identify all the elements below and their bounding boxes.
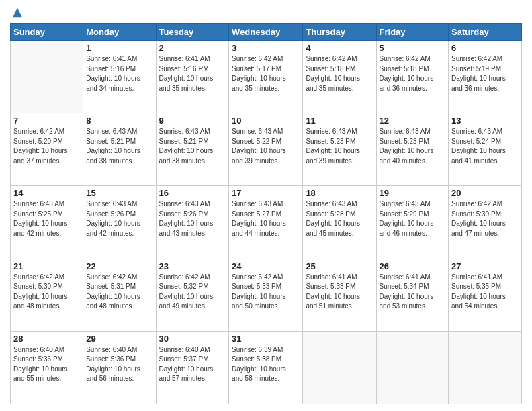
- logo-icon: [11, 7, 24, 19]
- day-number: 3: [232, 43, 300, 53]
- day-number: 1: [86, 43, 152, 53]
- calendar-cell: 5Sunrise: 6:42 AMSunset: 5:18 PMDaylight…: [376, 41, 449, 113]
- day-info: Sunrise: 6:41 AMSunset: 5:35 PMDaylight:…: [451, 273, 519, 312]
- weekday-header-tuesday: Tuesday: [156, 24, 229, 41]
- day-number: 9: [159, 116, 226, 126]
- day-number: 18: [306, 188, 373, 198]
- day-number: 15: [86, 188, 152, 198]
- day-info: Sunrise: 6:42 AMSunset: 5:31 PMDaylight:…: [86, 273, 152, 312]
- calendar-cell: 12Sunrise: 6:43 AMSunset: 5:23 PMDayligh…: [376, 113, 449, 186]
- day-number: 7: [13, 116, 80, 126]
- calendar-week-4: 28Sunrise: 6:40 AMSunset: 5:36 PMDayligh…: [11, 331, 522, 404]
- calendar-cell: 7Sunrise: 6:42 AMSunset: 5:20 PMDaylight…: [11, 113, 83, 186]
- day-info: Sunrise: 6:42 AMSunset: 5:18 PMDaylight:…: [380, 54, 446, 93]
- calendar-cell: 14Sunrise: 6:43 AMSunset: 5:25 PMDayligh…: [11, 186, 83, 259]
- calendar-cell: 17Sunrise: 6:43 AMSunset: 5:27 PMDayligh…: [229, 186, 303, 259]
- calendar-cell: 18Sunrise: 6:43 AMSunset: 5:28 PMDayligh…: [303, 186, 376, 259]
- calendar-cell: 16Sunrise: 6:43 AMSunset: 5:26 PMDayligh…: [156, 186, 229, 259]
- day-number: 13: [451, 116, 519, 126]
- day-number: 21: [13, 261, 80, 271]
- day-number: 2: [159, 43, 226, 53]
- day-number: 17: [232, 188, 300, 198]
- calendar-cell: 11Sunrise: 6:43 AMSunset: 5:23 PMDayligh…: [303, 113, 376, 186]
- day-number: 28: [13, 334, 80, 344]
- day-info: Sunrise: 6:42 AMSunset: 5:18 PMDaylight:…: [306, 54, 373, 93]
- weekday-header-monday: Monday: [83, 24, 156, 41]
- calendar-cell: 10Sunrise: 6:43 AMSunset: 5:22 PMDayligh…: [229, 113, 303, 186]
- calendar-cell: 19Sunrise: 6:43 AMSunset: 5:29 PMDayligh…: [376, 186, 449, 259]
- day-info: Sunrise: 6:43 AMSunset: 5:29 PMDaylight:…: [380, 199, 446, 238]
- calendar-week-0: 1Sunrise: 6:41 AMSunset: 5:16 PMDaylight…: [11, 41, 522, 113]
- day-info: Sunrise: 6:41 AMSunset: 5:33 PMDaylight:…: [306, 273, 373, 312]
- calendar-cell: [11, 41, 83, 113]
- day-number: 31: [232, 334, 300, 344]
- day-info: Sunrise: 6:43 AMSunset: 5:26 PMDaylight:…: [159, 199, 226, 238]
- calendar-cell: 22Sunrise: 6:42 AMSunset: 5:31 PMDayligh…: [83, 259, 156, 331]
- day-info: Sunrise: 6:40 AMSunset: 5:36 PMDaylight:…: [13, 345, 80, 384]
- calendar-cell: 28Sunrise: 6:40 AMSunset: 5:36 PMDayligh…: [11, 331, 83, 404]
- page: SundayMondayTuesdayWednesdayThursdayFrid…: [0, 0, 532, 411]
- day-info: Sunrise: 6:43 AMSunset: 5:28 PMDaylight:…: [306, 199, 373, 238]
- calendar-cell: 26Sunrise: 6:41 AMSunset: 5:34 PMDayligh…: [376, 259, 449, 331]
- day-info: Sunrise: 6:41 AMSunset: 5:34 PMDaylight:…: [380, 273, 446, 312]
- day-info: Sunrise: 6:43 AMSunset: 5:22 PMDaylight:…: [232, 127, 300, 166]
- calendar-cell: 4Sunrise: 6:42 AMSunset: 5:18 PMDaylight…: [303, 41, 376, 113]
- day-info: Sunrise: 6:42 AMSunset: 5:17 PMDaylight:…: [232, 54, 300, 93]
- day-info: Sunrise: 6:39 AMSunset: 5:38 PMDaylight:…: [232, 345, 300, 384]
- day-info: Sunrise: 6:43 AMSunset: 5:23 PMDaylight:…: [306, 127, 373, 166]
- calendar-table: SundayMondayTuesdayWednesdayThursdayFrid…: [10, 23, 522, 404]
- day-number: 6: [451, 43, 519, 53]
- calendar-cell: 1Sunrise: 6:41 AMSunset: 5:16 PMDaylight…: [83, 41, 156, 113]
- day-number: 22: [86, 261, 152, 271]
- calendar-cell: [449, 331, 522, 404]
- day-number: 19: [380, 188, 446, 198]
- calendar-cell: 8Sunrise: 6:43 AMSunset: 5:21 PMDaylight…: [83, 113, 156, 186]
- day-number: 11: [306, 116, 373, 126]
- calendar-cell: 30Sunrise: 6:40 AMSunset: 5:37 PMDayligh…: [156, 331, 229, 404]
- day-number: 12: [380, 116, 446, 126]
- calendar-cell: 15Sunrise: 6:43 AMSunset: 5:26 PMDayligh…: [83, 186, 156, 259]
- calendar-cell: 21Sunrise: 6:42 AMSunset: 5:30 PMDayligh…: [11, 259, 83, 331]
- day-number: 30: [159, 334, 226, 344]
- calendar-cell: 9Sunrise: 6:43 AMSunset: 5:21 PMDaylight…: [156, 113, 229, 186]
- day-info: Sunrise: 6:43 AMSunset: 5:23 PMDaylight:…: [380, 127, 446, 166]
- weekday-header-thursday: Thursday: [303, 24, 376, 41]
- day-number: 4: [306, 43, 373, 53]
- calendar-header-row: SundayMondayTuesdayWednesdayThursdayFrid…: [11, 24, 522, 41]
- day-info: Sunrise: 6:42 AMSunset: 5:30 PMDaylight:…: [13, 273, 80, 312]
- day-info: Sunrise: 6:41 AMSunset: 5:16 PMDaylight:…: [86, 54, 152, 93]
- logo: [10, 7, 24, 19]
- day-info: Sunrise: 6:41 AMSunset: 5:16 PMDaylight:…: [159, 54, 226, 93]
- day-number: 20: [451, 188, 519, 198]
- calendar-cell: 6Sunrise: 6:42 AMSunset: 5:19 PMDaylight…: [449, 41, 522, 113]
- day-info: Sunrise: 6:42 AMSunset: 5:33 PMDaylight:…: [232, 273, 300, 312]
- svg-marker-0: [13, 8, 22, 17]
- calendar-cell: 2Sunrise: 6:41 AMSunset: 5:16 PMDaylight…: [156, 41, 229, 113]
- logo-area: [10, 7, 24, 19]
- day-info: Sunrise: 6:43 AMSunset: 5:27 PMDaylight:…: [232, 199, 300, 238]
- day-info: Sunrise: 6:43 AMSunset: 5:26 PMDaylight:…: [86, 199, 152, 238]
- calendar-week-2: 14Sunrise: 6:43 AMSunset: 5:25 PMDayligh…: [11, 186, 522, 259]
- day-info: Sunrise: 6:42 AMSunset: 5:32 PMDaylight:…: [159, 273, 226, 312]
- day-info: Sunrise: 6:42 AMSunset: 5:30 PMDaylight:…: [451, 199, 519, 238]
- calendar-cell: 27Sunrise: 6:41 AMSunset: 5:35 PMDayligh…: [449, 259, 522, 331]
- day-number: 23: [159, 261, 226, 271]
- calendar-cell: 23Sunrise: 6:42 AMSunset: 5:32 PMDayligh…: [156, 259, 229, 331]
- calendar-cell: 25Sunrise: 6:41 AMSunset: 5:33 PMDayligh…: [303, 259, 376, 331]
- header: [10, 7, 522, 19]
- weekday-header-saturday: Saturday: [449, 24, 522, 41]
- day-number: 24: [232, 261, 300, 271]
- day-number: 29: [86, 334, 152, 344]
- weekday-header-sunday: Sunday: [11, 24, 83, 41]
- calendar-week-3: 21Sunrise: 6:42 AMSunset: 5:30 PMDayligh…: [11, 259, 522, 331]
- day-info: Sunrise: 6:42 AMSunset: 5:20 PMDaylight:…: [13, 127, 80, 166]
- day-number: 26: [380, 261, 446, 271]
- day-info: Sunrise: 6:43 AMSunset: 5:21 PMDaylight:…: [159, 127, 226, 166]
- calendar-week-1: 7Sunrise: 6:42 AMSunset: 5:20 PMDaylight…: [11, 113, 522, 186]
- calendar-cell: 3Sunrise: 6:42 AMSunset: 5:17 PMDaylight…: [229, 41, 303, 113]
- day-number: 14: [13, 188, 80, 198]
- calendar-cell: 13Sunrise: 6:43 AMSunset: 5:24 PMDayligh…: [449, 113, 522, 186]
- weekday-header-wednesday: Wednesday: [229, 24, 303, 41]
- calendar-cell: [376, 331, 449, 404]
- day-info: Sunrise: 6:43 AMSunset: 5:25 PMDaylight:…: [13, 199, 80, 238]
